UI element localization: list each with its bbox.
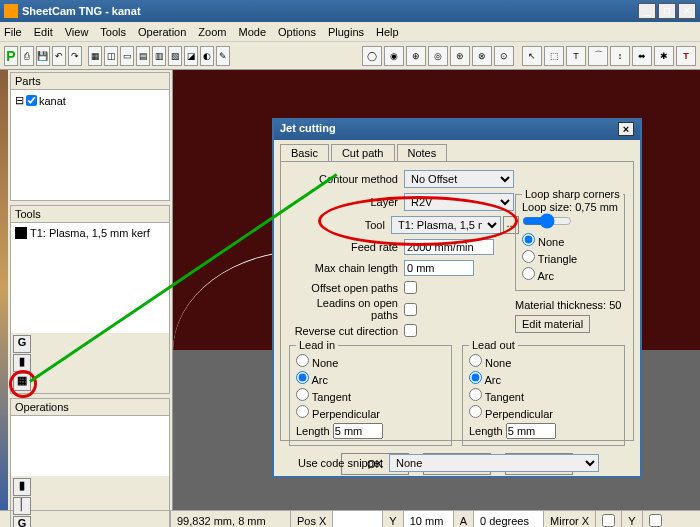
op-add-button[interactable]: ▮ <box>13 478 31 496</box>
leadin-none[interactable]: None <box>296 354 445 369</box>
pencil-icon[interactable]: ✎ <box>216 46 230 66</box>
tool-label: T1: Plasma, 1,5 mm kerf <box>30 227 150 239</box>
leadins-open-check[interactable] <box>404 303 417 316</box>
view-icon-4[interactable]: ▤ <box>136 46 150 66</box>
tree-expander-icon[interactable]: ⊟ <box>15 94 24 107</box>
leadins-open-label: Leadins on open paths <box>289 297 404 321</box>
dialog-close-button[interactable]: × <box>618 122 634 136</box>
view-icon-2[interactable]: ◫ <box>104 46 118 66</box>
tan-icon[interactable]: T <box>566 46 586 66</box>
tab-notes[interactable]: Notes <box>397 144 448 161</box>
menu-view[interactable]: View <box>65 26 89 38</box>
op-icon-4[interactable]: ◎ <box>428 46 448 66</box>
part-checkbox[interactable] <box>26 95 37 106</box>
edit-material-button[interactable]: Edit material <box>515 315 590 333</box>
leadin-tangent[interactable]: Tangent <box>296 388 445 403</box>
tool-item[interactable]: T1: Plasma, 1,5 mm kerf <box>15 227 165 239</box>
loop-none[interactable]: None <box>522 233 618 248</box>
snap-icon[interactable]: ✱ <box>654 46 674 66</box>
leadout-arc[interactable]: Arc <box>469 371 618 386</box>
loop-slider[interactable] <box>522 213 572 229</box>
tools-header: Tools <box>11 206 169 223</box>
contour-select[interactable]: No Offset <box>404 170 514 188</box>
leadout-length-label: Length <box>469 425 503 437</box>
view-icon-6[interactable]: ▧ <box>168 46 182 66</box>
menu-edit[interactable]: Edit <box>34 26 53 38</box>
app-title: SheetCam TNG - kanat <box>22 5 638 17</box>
tool-label: Tool <box>289 219 391 231</box>
status-a-label: A <box>453 511 473 527</box>
op-icon-3[interactable]: ⊕ <box>406 46 426 66</box>
view-icon-5[interactable]: ▥ <box>152 46 166 66</box>
feed-input[interactable] <box>404 239 494 255</box>
post-icon[interactable]: P <box>4 46 18 66</box>
view-icon-7[interactable]: ◪ <box>184 46 198 66</box>
menu-plugins[interactable]: Plugins <box>328 26 364 38</box>
grid-button[interactable]: ▦ <box>13 373 31 391</box>
tool-icon <box>15 227 27 239</box>
leadout-tangent[interactable]: Tangent <box>469 388 618 403</box>
leadout-perp[interactable]: Perpendicular <box>469 405 618 420</box>
op-icon-7[interactable]: ⊙ <box>494 46 514 66</box>
dim-icon[interactable]: ⬌ <box>632 46 652 66</box>
part-item[interactable]: ⊟ kanat <box>15 94 165 107</box>
view-icon-1[interactable]: ▦ <box>88 46 102 66</box>
status-posx-label: Pos X <box>290 511 332 527</box>
text-icon[interactable]: T <box>676 46 696 66</box>
reverse-cut-check[interactable] <box>404 324 417 337</box>
offset-open-check[interactable] <box>404 281 417 294</box>
menu-tools[interactable]: Tools <box>100 26 126 38</box>
arc-tool-icon[interactable]: ⌒ <box>588 46 608 66</box>
op-icon-2[interactable]: ◉ <box>384 46 404 66</box>
status-a-val[interactable]: 0 degrees <box>473 511 543 527</box>
tool-icon-3[interactable]: ↶ <box>52 46 66 66</box>
tool-icon-2[interactable]: 💾 <box>36 46 50 66</box>
leadout-length-input[interactable] <box>506 423 556 439</box>
tab-basic[interactable]: Basic <box>280 144 329 161</box>
status-posx-val[interactable] <box>332 511 382 527</box>
loop-arc[interactable]: Arc <box>522 267 618 282</box>
bar-button[interactable]: ▮ <box>13 354 31 372</box>
select-icon[interactable]: ⬚ <box>544 46 564 66</box>
g-button[interactable]: G <box>13 335 31 353</box>
op-icon-6[interactable]: ⊗ <box>472 46 492 66</box>
menu-operation[interactable]: Operation <box>138 26 186 38</box>
tool-icon-1[interactable]: ⎙ <box>20 46 34 66</box>
layer-select[interactable]: R2V <box>404 193 514 211</box>
op-icon-5[interactable]: ⊛ <box>450 46 470 66</box>
maximize-button[interactable]: □ <box>658 3 676 19</box>
tool-select[interactable]: T1: Plasma, 1,5 mm kerf <box>391 216 501 234</box>
tab-cutpath[interactable]: Cut path <box>331 144 395 161</box>
operations-panel: Operations ▮ │ G V ↙ <box>10 398 170 527</box>
loop-triangle[interactable]: Triangle <box>522 250 618 265</box>
menu-options[interactable]: Options <box>278 26 316 38</box>
loop-corners-group: Loop sharp corners Loop size: 0,75 mm No… <box>515 194 625 291</box>
menu-file[interactable]: File <box>4 26 22 38</box>
statusbar: 99,832 mm, 8 mm Pos X Y 10 mm A 0 degree… <box>0 510 700 527</box>
chain-input[interactable] <box>404 260 474 276</box>
close-button[interactable]: × <box>678 3 696 19</box>
leadin-length-input[interactable] <box>333 423 383 439</box>
measure-icon[interactable]: ↕ <box>610 46 630 66</box>
minimize-button[interactable]: _ <box>638 3 656 19</box>
mirror-y-check[interactable] <box>649 514 662 527</box>
menu-help[interactable]: Help <box>376 26 399 38</box>
leadin-arc[interactable]: Arc <box>296 371 445 386</box>
view-icon-8[interactable]: ◐ <box>200 46 214 66</box>
status-mirror-label: Mirror X <box>543 511 595 527</box>
app-icon <box>4 4 18 18</box>
snippet-select[interactable]: None <box>389 454 599 472</box>
left-decor <box>0 70 8 510</box>
menu-zoom[interactable]: Zoom <box>198 26 226 38</box>
view-icon-3[interactable]: ▭ <box>120 46 134 66</box>
cursor-icon[interactable]: ↖ <box>522 46 542 66</box>
status-y-val[interactable]: 10 mm <box>403 511 453 527</box>
part-label: kanat <box>39 95 66 107</box>
loop-size-label: Loop size: 0,75 mm <box>522 201 618 213</box>
leadout-none[interactable]: None <box>469 354 618 369</box>
tool-icon-4[interactable]: ↷ <box>68 46 82 66</box>
op-icon-1[interactable]: ◯ <box>362 46 382 66</box>
menu-mode[interactable]: Mode <box>238 26 266 38</box>
mirror-x-check[interactable] <box>602 514 615 527</box>
leadin-perp[interactable]: Perpendicular <box>296 405 445 420</box>
